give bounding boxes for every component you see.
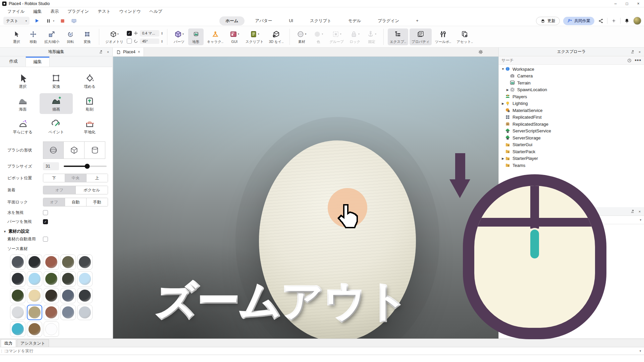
ribbon-button-material[interactable]: ▾素材	[294, 28, 309, 45]
tree-item-Lighting[interactable]: ▶Lighting	[499, 100, 644, 107]
ribbon-tab-アバター[interactable]: アバター	[249, 16, 278, 25]
ribbon-button-toolbox[interactable]: ツールボ..	[433, 28, 453, 45]
ribbon-tab-モデル[interactable]: モデル	[342, 16, 367, 25]
tree-item-Teams[interactable]: Teams	[499, 162, 644, 169]
segment-手動[interactable]: 手動	[86, 198, 108, 206]
ribbon-button-script[interactable]: ▾スクリプト	[244, 28, 266, 45]
tree-item-StarterPack[interactable]: StarterPack	[499, 148, 644, 155]
material-mud[interactable]	[44, 288, 59, 303]
tree-item-ReplicatedStorage[interactable]: ReplicatedStorage	[499, 121, 644, 128]
tree-item-Camera[interactable]: Camera	[499, 73, 644, 80]
menu-item-3[interactable]: プラグイン	[63, 8, 93, 15]
ai-sparkle-icon[interactable]	[611, 18, 617, 24]
material-sand[interactable]	[27, 305, 42, 320]
ribbon-button-rotate[interactable]: 回転	[63, 28, 78, 45]
terrain-tool-tool-transform[interactable]: 変換	[40, 70, 73, 91]
ribbon-button-group[interactable]: ▾グループ	[327, 28, 346, 45]
3d-scene[interactable]: ズームアウト	[113, 57, 498, 339]
update-button[interactable]: 更新	[536, 17, 560, 25]
ribbon-tab-UI[interactable]: UI	[283, 17, 299, 25]
terrain-tool-tool-sculpt[interactable]: 彫刻	[73, 93, 106, 114]
material-slate[interactable]	[60, 305, 76, 320]
popout-icon[interactable]	[98, 50, 103, 54]
ribbon-tab-プラグイン[interactable]: プラグイン	[372, 16, 405, 25]
snap-value-0[interactable]: 0.4 マ...	[140, 30, 159, 37]
ribbon-button-import3d[interactable]: 3D をイ..	[267, 28, 286, 45]
tree-item-Players[interactable]: Players	[499, 93, 644, 100]
ribbon-tab-+[interactable]: +	[410, 17, 424, 25]
close-panel-icon[interactable]: ×	[637, 209, 642, 214]
tab-close-icon[interactable]: ×	[138, 50, 140, 54]
bottom-tab-アシスタント[interactable]: アシスタント	[17, 339, 49, 347]
tree-item-SpawnLocation[interactable]: ▶SpawnLocation	[499, 86, 644, 94]
minimize-button[interactable]: –	[610, 0, 621, 7]
popout-icon[interactable]	[630, 50, 635, 54]
tree-item-ServerScriptService[interactable]: ServerScriptService	[499, 128, 644, 135]
tree-item-ServerStorage[interactable]: ServerStorage	[499, 134, 644, 141]
material-wood-planks[interactable]	[27, 321, 42, 337]
chevron-down-icon[interactable]: ▼	[3, 230, 6, 233]
segment-オフ[interactable]: オフ	[43, 198, 65, 206]
terrain-tool-tool-flatten[interactable]: 平らにする	[6, 116, 40, 137]
material-glacier[interactable]	[27, 271, 42, 287]
ribbon-button-cursor[interactable]: 選択	[9, 28, 24, 45]
command-input[interactable]	[5, 349, 637, 353]
menu-item-6[interactable]: ヘルプ	[146, 8, 166, 15]
brush-shape-cylinder[interactable]	[85, 141, 105, 159]
material-cobblestone[interactable]	[60, 254, 76, 270]
material-water[interactable]	[10, 321, 25, 337]
terrain-tab-編集[interactable]: 編集	[25, 56, 50, 67]
ribbon-button-assets[interactable]: アセット..	[454, 28, 475, 45]
brush-shape-cube[interactable]	[64, 141, 85, 159]
material-pavement[interactable]	[60, 288, 76, 303]
share-icon[interactable]	[598, 18, 604, 24]
tree-item-MaterialService[interactable]: MaterialService	[499, 107, 644, 114]
segment-自動[interactable]: 自動	[65, 198, 86, 206]
collaborate-button[interactable]: 共同作業	[563, 17, 594, 25]
snap-value-1[interactable]: 45°	[140, 39, 159, 44]
place-tab[interactable]: Place4 ×	[113, 48, 144, 56]
segment-中央[interactable]: 中央	[65, 174, 86, 182]
terrain-tool-tool-paint[interactable]: ペイント	[40, 116, 73, 137]
viewport-settings-gear-icon[interactable]	[478, 50, 483, 54]
menu-item-5[interactable]: ウィンドウ	[115, 8, 145, 15]
close-button[interactable]: ×	[633, 0, 644, 7]
ribbon-tab-スクリプト[interactable]: スクリプト	[304, 16, 337, 25]
terrain-tool-tool-fill[interactable]: 埋める	[73, 70, 106, 91]
brush-size-input[interactable]: 31	[43, 162, 59, 170]
tree-item-Terrain[interactable]: Terrain	[499, 79, 644, 86]
material-rock[interactable]	[77, 288, 93, 303]
terrain-tool-tool-draw[interactable]: 描画	[40, 93, 73, 114]
ribbon-button-move[interactable]: 移動	[25, 28, 41, 45]
terrain-tool-tool-level[interactable]: 平地化	[73, 116, 106, 137]
segment-オフ[interactable]: オフ	[43, 186, 75, 194]
segment-ボクセル[interactable]: ボクセル	[75, 186, 108, 194]
terrain-tool-tool-select[interactable]: 選択	[6, 70, 40, 91]
material-grass[interactable]	[44, 271, 59, 287]
material-salt[interactable]	[10, 305, 25, 320]
ribbon-button-scale[interactable]: 拡大/縮小	[42, 28, 61, 45]
brush-size-slider[interactable]	[64, 166, 107, 167]
maximize-button[interactable]: □	[621, 0, 633, 7]
ignore-parts-checkbox[interactable]: ✓	[43, 219, 48, 224]
tree-item-StarterGui[interactable]: StarterGui	[499, 141, 644, 148]
material-cracked-lava[interactable]	[10, 271, 25, 287]
material-air[interactable]	[44, 321, 59, 337]
material-ice[interactable]	[77, 271, 93, 287]
history-icon[interactable]	[627, 58, 632, 63]
material-concrete[interactable]	[77, 254, 93, 270]
segment-下[interactable]: 下	[43, 174, 65, 182]
expander-right-icon[interactable]: ▶	[501, 102, 505, 105]
material-limestone[interactable]	[27, 288, 42, 303]
ribbon-button-transform[interactable]: 変換	[79, 28, 95, 45]
menu-item-2[interactable]: 表示	[46, 8, 63, 15]
ribbon-button-gui[interactable]: ▾GUI	[227, 28, 242, 45]
stepper-arrows[interactable]: ▲▼	[161, 40, 163, 43]
menu-item-0[interactable]: ファイル	[3, 8, 29, 15]
chevron-down-icon[interactable]: ▾	[637, 349, 644, 353]
segment-上[interactable]: 上	[86, 174, 108, 182]
stepper-arrows[interactable]: ▲▼	[161, 32, 163, 35]
material-asphalt[interactable]	[10, 254, 25, 270]
snap-checkbox-1[interactable]	[127, 39, 132, 44]
slider-thumb[interactable]	[85, 164, 90, 169]
